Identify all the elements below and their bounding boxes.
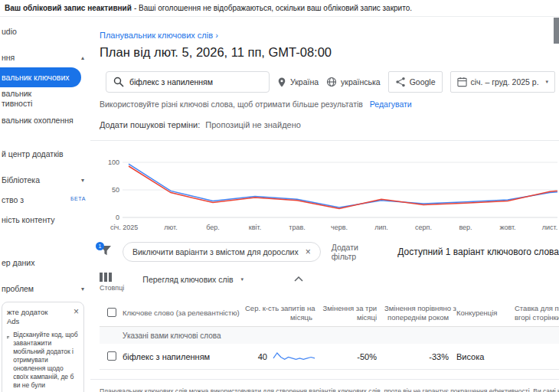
sidebar-item-label: вальниктивності: [2, 89, 86, 109]
column-header[interactable]: Ставка для показувгорі сторінки: [515, 304, 559, 322]
avg-searches-cell: 40: [245, 351, 320, 363]
keyword-search-box[interactable]: біфлекс з напиленням: [106, 71, 270, 93]
line-chart: 050100січ. 2025лют.бер.квіт.трав.черв.ли…: [100, 145, 557, 234]
sidebar-item-label: ність контенту: [2, 215, 86, 225]
terms-label: Додати пошукові терміни:: [100, 120, 200, 129]
column-header[interactable]: Сер. к-сть запитів намісяць: [245, 304, 320, 322]
collapse-chevron-icon[interactable]: [294, 276, 303, 282]
scrollbar-thumb[interactable]: [554, 18, 559, 44]
google-ads-keyword-planner: Ваш обліковий запис неактивний - Ваші ог…: [0, 0, 559, 392]
plan-controls: біфлекс з напиленням Україна україн: [100, 71, 559, 93]
chevron-down-icon: ▾: [546, 79, 549, 85]
keyword-row[interactable]: біфлекс з напиленням40-50%-33%Висока: [100, 344, 559, 370]
table-body: біфлекс з напиленням40-50%-33%Висока: [100, 344, 559, 370]
competition-cell: Висока: [456, 352, 515, 361]
sidebar-item-label: проблем: [2, 284, 81, 294]
close-icon[interactable]: ×: [74, 308, 79, 315]
sidebar-item-label: ство з: [2, 195, 67, 205]
column-header[interactable]: Конкуренція: [456, 309, 515, 318]
svg-text:квіт.: квіт.: [249, 224, 261, 231]
chevron-down-icon: ▾: [241, 276, 244, 283]
layout: udioння▴вальник ключовихвальниктивностів…: [0, 17, 559, 392]
promo-text: Відскануйте код, щоб завантажити мобільн…: [13, 331, 79, 390]
sidebar: udioння▴вальник ключовихвальниктивностів…: [0, 17, 90, 392]
sidebar-item-label: udio: [2, 27, 86, 37]
sidebar-item[interactable]: вальник ключових: [0, 67, 81, 87]
page-title: План від лют. 5, 2026, 11 пп, GMT-08:00: [100, 45, 559, 60]
language-icon: [326, 77, 337, 87]
column-header[interactable]: Змінення за тримісяці: [320, 304, 384, 322]
hint-row: Використовуйте різні ключові слова, щоб …: [100, 100, 559, 109]
location-selector[interactable]: Україна: [277, 77, 319, 87]
three-month-change-cell: -50%: [320, 352, 384, 361]
table-section-row: Указані вами ключові слова: [100, 327, 559, 344]
breadcrumb[interactable]: Планувальник ключових слів ›: [100, 31, 218, 40]
filter-chip-exclude-adult[interactable]: Виключити варіанти з вмістом для доросли…: [123, 242, 321, 262]
trend-chart-area: 050100січ. 2025лют.бер.квіт.трав.черв.ли…: [100, 145, 559, 237]
sidebar-item[interactable]: проблем▾: [0, 279, 90, 299]
promo-title: жте додаток Ads: [7, 308, 62, 326]
filter-button[interactable]: 1: [100, 245, 112, 259]
network-label: Google: [410, 77, 436, 87]
svg-text:лип.: лип.: [374, 224, 388, 231]
language-selector[interactable]: українська: [326, 77, 381, 87]
columns-button[interactable]: Стовпці: [100, 273, 124, 292]
disclaimer: Планувальник ключових слів можна викорис…: [90, 379, 559, 392]
keyword-cell: біфлекс з напиленням: [123, 352, 245, 361]
row-checkbox[interactable]: [107, 351, 116, 361]
sidebar-item[interactable]: ння▴: [0, 47, 90, 67]
keyword-view-dropdown[interactable]: Перегляд ключових слів ▾: [142, 275, 244, 284]
sidebar-item[interactable]: ство зБЕТА: [0, 190, 90, 210]
columns-label: Стовпці: [100, 284, 124, 292]
search-value: біфлекс з напиленням: [129, 77, 213, 87]
sidebar-item[interactable]: вальник охоплення: [0, 110, 90, 130]
chevron-up-icon: ▴: [81, 53, 84, 63]
breadcrumb-arrow-icon: ›: [215, 31, 218, 40]
checkbox-cell: [100, 308, 123, 318]
sidebar-item[interactable]: й центр додатків: [0, 144, 90, 164]
svg-text:100: 100: [108, 158, 119, 166]
account-inactive-banner: Ваш обліковий запис неактивний - Ваші ог…: [0, 0, 559, 17]
section-label: Указані вами ключові слова: [123, 332, 221, 340]
svg-text:січ. 2025: січ. 2025: [110, 224, 138, 231]
keywords-table: Ключове слово (за релевантністю)Сер. к-с…: [100, 299, 559, 370]
sidebar-item[interactable]: ність контенту: [0, 210, 90, 230]
svg-text:серп.: серп.: [415, 224, 432, 231]
remove-filter-icon[interactable]: ×: [306, 247, 311, 257]
svg-text:лют.: лют.: [164, 224, 177, 231]
edit-link[interactable]: Редагувати: [370, 100, 412, 109]
svg-text:бер.: бер.: [206, 224, 220, 231]
calendar-icon: [457, 77, 467, 87]
filter-row: 1 Виключити варіанти з вмістом для дорос…: [100, 242, 559, 262]
sidebar-item[interactable]: udio: [0, 21, 90, 41]
sparkline: [273, 351, 315, 363]
sidebar-item-label: Бібліотека: [2, 175, 81, 185]
sidebar-item[interactable]: ер даних: [0, 253, 90, 273]
sidebar-item-label: ер даних: [2, 258, 86, 268]
chevron-down-icon: ▾: [81, 284, 84, 294]
main-content: Планувальник ключових слів › План від лю…: [90, 17, 559, 392]
search-icon: [113, 77, 124, 87]
sidebar-item[interactable]: Бібліотека▾: [0, 170, 90, 190]
column-header[interactable]: Змінення порівняно зпопереднім роком: [384, 304, 456, 322]
add-filter-button[interactable]: Додати фільтр: [332, 243, 377, 261]
hint-text: Використовуйте різні ключові слова, щоб …: [100, 100, 363, 109]
network-selector[interactable]: Google: [388, 71, 443, 93]
sidebar-item-label: ння: [2, 53, 81, 63]
chevron-down-icon: ▾: [81, 175, 84, 185]
sidebar-item[interactable]: вальниктивності: [0, 87, 90, 110]
svg-text:черв.: черв.: [331, 224, 348, 231]
select-all-checkbox[interactable]: [107, 308, 116, 317]
alert-message: - Ваші оголошення не відображаються, оск…: [134, 4, 412, 12]
language-label: українська: [341, 77, 381, 87]
app-promo-card: жте додаток Ads × Відскануйте код, щоб з…: [2, 302, 84, 392]
table-header-row: Ключове слово (за релевантністю)Сер. к-с…: [100, 299, 559, 327]
disclaimer-text: Планувальник ключових слів можна викорис…: [100, 387, 559, 392]
date-range-selector[interactable]: січ. – груд. 2025 р. ▾: [450, 71, 556, 93]
yoy-change-cell: -33%: [384, 352, 456, 361]
column-header[interactable]: Ключове слово (за релевантністю): [123, 309, 245, 318]
sidebar-item-label: вальник ключових: [2, 73, 77, 83]
columns-icon: [100, 273, 112, 282]
breadcrumb-label: Планувальник ключових слів: [100, 31, 213, 40]
sidebar-item-label: вальник охоплення: [2, 116, 86, 126]
